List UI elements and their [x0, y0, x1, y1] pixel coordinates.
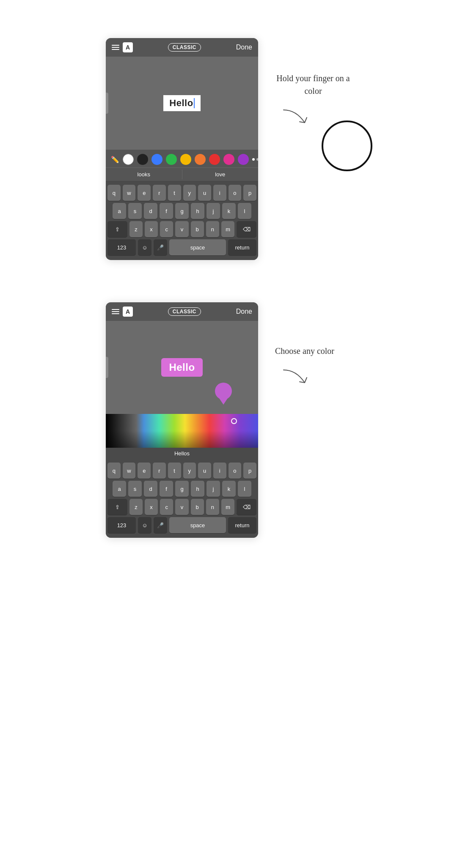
color-dot-orange[interactable]	[195, 154, 206, 165]
key2-t[interactable]: t	[168, 463, 181, 479]
key2-a[interactable]: a	[113, 481, 126, 497]
key-s[interactable]: s	[128, 203, 142, 219]
key2-k[interactable]: k	[222, 481, 236, 497]
color-gradient-bar[interactable]	[106, 414, 258, 448]
key2-emoji[interactable]: ☺	[138, 517, 151, 533]
key2-r[interactable]: r	[153, 463, 166, 479]
key-a[interactable]: a	[113, 203, 126, 219]
key-shift[interactable]: ⇧	[107, 221, 127, 237]
key2-mic[interactable]: 🎤	[154, 517, 167, 533]
key2-shift[interactable]: ⇧	[107, 499, 127, 515]
autocomplete-word-1[interactable]: looks	[106, 170, 182, 179]
key-f[interactable]: f	[160, 203, 173, 219]
key-m[interactable]: m	[221, 221, 234, 237]
key2-h[interactable]: h	[191, 481, 204, 497]
key-u[interactable]: u	[198, 185, 211, 201]
key-v[interactable]: v	[175, 221, 188, 237]
key2-123[interactable]: 123	[107, 517, 136, 533]
key2-f[interactable]: f	[160, 481, 173, 497]
canvas-left-tab	[106, 93, 108, 114]
key-123[interactable]: 123	[107, 239, 136, 255]
arrow-svg-2	[279, 366, 313, 387]
gradient-bar-container[interactable]	[106, 414, 258, 448]
dots-indicator	[252, 158, 258, 161]
color-dot-yellow[interactable]	[180, 154, 191, 165]
autocomplete-hellos[interactable]: Hellos	[106, 450, 258, 457]
key-c[interactable]: c	[160, 221, 173, 237]
key2-m[interactable]: m	[221, 499, 234, 515]
color-dot-pink[interactable]	[223, 154, 234, 165]
key-space[interactable]: space	[169, 239, 226, 255]
key2-w[interactable]: w	[123, 463, 136, 479]
color-dot-red[interactable]	[209, 154, 220, 165]
key2-return[interactable]: return	[228, 517, 256, 533]
color-dot-white[interactable]	[123, 154, 134, 165]
done-button-2[interactable]: Done	[236, 308, 252, 315]
key-l[interactable]: l	[238, 203, 251, 219]
key-t[interactable]: t	[168, 185, 181, 201]
hamburger-icon-2[interactable]	[112, 309, 119, 314]
key-j[interactable]: j	[206, 203, 220, 219]
font-icon-2[interactable]: A	[123, 307, 133, 317]
key2-g[interactable]: g	[175, 481, 189, 497]
key2-s[interactable]: s	[128, 481, 142, 497]
key-e[interactable]: e	[138, 185, 151, 201]
key2-p[interactable]: p	[243, 463, 256, 479]
color-dot-blue[interactable]	[151, 154, 162, 165]
key-x[interactable]: x	[145, 221, 158, 237]
key2-i[interactable]: i	[213, 463, 226, 479]
key-z[interactable]: z	[129, 221, 143, 237]
key-i[interactable]: i	[213, 185, 226, 201]
key-g[interactable]: g	[175, 203, 189, 219]
done-button-1[interactable]: Done	[236, 44, 252, 51]
classic-badge-1[interactable]: CLASSIC	[168, 43, 201, 52]
key2-b[interactable]: b	[191, 499, 204, 515]
font-icon[interactable]: A	[123, 42, 133, 52]
key2-q[interactable]: q	[107, 463, 121, 479]
key-row-2-3: ⇧ z x c v b n m ⌫	[107, 499, 256, 515]
key2-space[interactable]: space	[169, 517, 226, 533]
key2-y[interactable]: y	[183, 463, 196, 479]
key2-delete[interactable]: ⌫	[237, 499, 256, 515]
color-dot-green[interactable]	[166, 154, 177, 165]
key-return[interactable]: return	[228, 239, 256, 255]
key2-e[interactable]: e	[138, 463, 151, 479]
key-b[interactable]: b	[191, 221, 204, 237]
autocomplete-word-2[interactable]: love	[182, 170, 259, 179]
color-picker-row-1: ✏️	[106, 150, 258, 167]
key2-c[interactable]: c	[160, 499, 173, 515]
brush-icon[interactable]: ✏️	[111, 154, 119, 165]
key2-v[interactable]: v	[175, 499, 188, 515]
key-emoji[interactable]: ☺	[138, 239, 151, 255]
key-w[interactable]: w	[123, 185, 136, 201]
key2-n[interactable]: n	[206, 499, 219, 515]
key-p[interactable]: p	[243, 185, 256, 201]
key-row-2-4: 123 ☺ 🎤 space return	[107, 517, 256, 533]
gradient-selector[interactable]	[231, 418, 237, 424]
key-row-2: a s d f g h j k l	[107, 203, 256, 219]
svg-marker-2	[218, 397, 228, 405]
color-dot-black[interactable]	[137, 154, 148, 165]
key-h[interactable]: h	[191, 203, 204, 219]
key2-z[interactable]: z	[129, 499, 143, 515]
classic-badge-2[interactable]: CLASSIC	[168, 307, 201, 316]
key2-d[interactable]: d	[144, 481, 157, 497]
key-mic[interactable]: 🎤	[154, 239, 167, 255]
key-o[interactable]: o	[228, 185, 242, 201]
key-n[interactable]: n	[206, 221, 219, 237]
color-dot-purple[interactable]	[238, 154, 249, 165]
key-d[interactable]: d	[144, 203, 157, 219]
key2-o[interactable]: o	[228, 463, 242, 479]
key-row-1: q w e r t y u i o p	[107, 185, 256, 201]
hamburger-icon[interactable]	[112, 45, 119, 50]
key-delete[interactable]: ⌫	[237, 221, 256, 237]
key-q[interactable]: q	[107, 185, 121, 201]
key2-l[interactable]: l	[238, 481, 251, 497]
key2-j[interactable]: j	[206, 481, 220, 497]
key2-x[interactable]: x	[145, 499, 158, 515]
key2-u[interactable]: u	[198, 463, 211, 479]
key-k[interactable]: k	[222, 203, 236, 219]
hello-text-1: Hello	[169, 98, 193, 109]
key-y[interactable]: y	[183, 185, 196, 201]
key-r[interactable]: r	[153, 185, 166, 201]
